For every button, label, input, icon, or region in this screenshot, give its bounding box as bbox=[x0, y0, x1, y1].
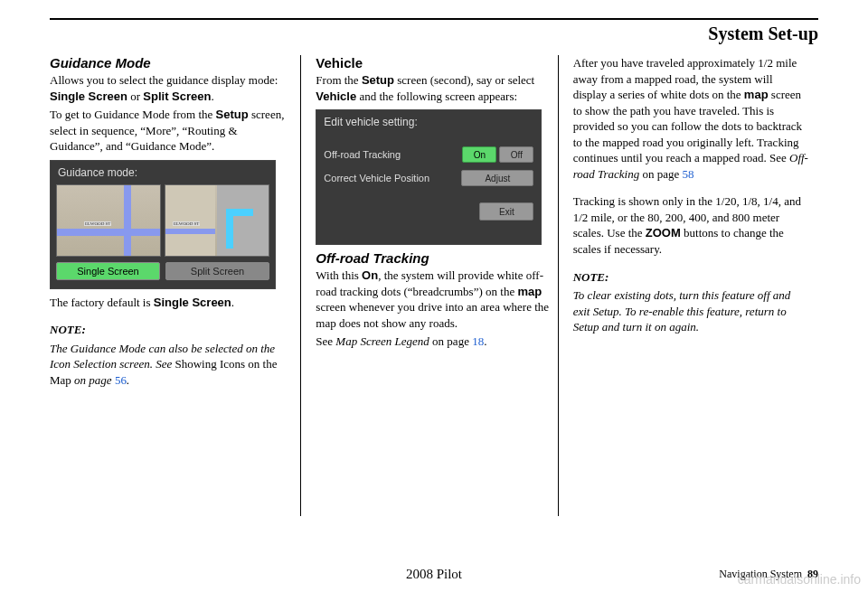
text-bold: Vehicle bbox=[316, 89, 356, 103]
text: Allows you to select the guidance displa… bbox=[50, 73, 278, 87]
field-label: Off-road Tracking bbox=[324, 149, 457, 160]
col3-p1: After you have traveled approximately 1/… bbox=[573, 55, 809, 182]
offroad-p1: With this On, the system will provide wh… bbox=[316, 268, 552, 331]
text-bold: On bbox=[362, 268, 378, 282]
text: screen whenever you drive into an area w… bbox=[316, 300, 549, 330]
text: . bbox=[484, 334, 486, 348]
vehicle-p1: From the Setup screen (second), say or s… bbox=[316, 72, 552, 104]
text-bold: map bbox=[744, 88, 769, 101]
offroad-tracking-row: Off-road Tracking On Off bbox=[316, 143, 541, 166]
heading-guidance-mode: Guidance Mode bbox=[50, 55, 286, 70]
vehicle-settings-screenshot: Edit vehicle setting: Off-road Tracking … bbox=[316, 109, 542, 245]
text: To get to Guidance Mode from the bbox=[50, 108, 216, 121]
single-screen-preview: ELWOOD ST bbox=[56, 184, 161, 257]
page-link-58[interactable]: 58 bbox=[683, 167, 694, 181]
text-bold: Setup bbox=[216, 108, 249, 121]
split-screen-preview: ELWOOD ST bbox=[165, 184, 269, 257]
adjust-button[interactable]: Adjust bbox=[461, 170, 533, 186]
text-bold: map bbox=[517, 285, 542, 298]
page-header-title: System Set-up bbox=[50, 23, 818, 44]
text: With this bbox=[316, 268, 362, 282]
map-previews: ELWOOD ST ELWOOD ST bbox=[51, 184, 275, 257]
text-bold: Single Screen bbox=[154, 296, 231, 309]
heading-vehicle: Vehicle bbox=[316, 55, 552, 70]
guidance-mode-screenshot: Guidance mode: ELWOOD ST ELWOOD ST bbox=[50, 160, 276, 289]
text-bold: ZOOM bbox=[646, 226, 681, 240]
off-button[interactable]: Off bbox=[499, 146, 533, 163]
note-label: NOTE: bbox=[573, 269, 809, 286]
content-columns: Guidance Mode Allows you to select the g… bbox=[50, 55, 818, 516]
footer-model-year: 2008 Pilot bbox=[406, 567, 462, 582]
text: on page bbox=[639, 167, 682, 181]
offroad-p2: See Map Screen Legend on page 18. bbox=[316, 334, 552, 350]
text: on page bbox=[429, 334, 472, 348]
heading-offroad-tracking: Off-road Tracking bbox=[316, 250, 552, 266]
page-link-56[interactable]: 56 bbox=[115, 373, 127, 387]
on-off-toggle: On Off bbox=[462, 146, 533, 163]
column-separator-1 bbox=[300, 55, 301, 516]
field-label: Correct Vehicle Position bbox=[324, 173, 456, 183]
text: on page bbox=[71, 373, 115, 387]
col3-p2: Tracking is shown only in the 1/20, 1/8,… bbox=[573, 193, 809, 257]
note-label: NOTE: bbox=[50, 322, 286, 338]
guidance-buttons: Single Screen Split Screen bbox=[51, 257, 275, 286]
guidance-p3: The factory default is Single Screen. bbox=[50, 295, 286, 311]
split-screen-button[interactable]: Split Screen bbox=[165, 262, 269, 280]
text: The factory default is bbox=[50, 296, 154, 309]
exit-button[interactable]: Exit bbox=[479, 202, 533, 221]
column-1: Guidance Mode Allows you to select the g… bbox=[50, 55, 295, 516]
correct-position-row: Correct Vehicle Position Adjust bbox=[316, 166, 541, 190]
text: . bbox=[211, 89, 213, 103]
guidance-note: The Guidance Mode can also be selected o… bbox=[50, 341, 286, 389]
text-bold: Split Screen bbox=[143, 89, 211, 103]
watermark: carmanualsonline.info bbox=[738, 572, 861, 587]
text: screen (second), say or select bbox=[394, 73, 534, 87]
text-bold: Single Screen bbox=[50, 89, 127, 103]
column-2: Vehicle From the Setup screen (second), … bbox=[307, 55, 552, 516]
text: See bbox=[316, 334, 335, 348]
screenshot-title: Edit vehicle setting: bbox=[316, 110, 541, 134]
guidance-p2: To get to Guidance Mode from the Setup s… bbox=[50, 107, 286, 155]
screenshot-title: Guidance mode: bbox=[51, 161, 275, 184]
text: and the following screen appears: bbox=[356, 89, 517, 103]
text: . bbox=[127, 373, 129, 387]
text-bold: Setup bbox=[362, 73, 394, 87]
column-3: After you have traveled approximately 1/… bbox=[564, 55, 818, 516]
text-ref: Map Screen Legend bbox=[335, 334, 429, 348]
on-button[interactable]: On bbox=[462, 146, 496, 163]
header-rule bbox=[50, 18, 818, 20]
text: . bbox=[231, 296, 234, 309]
single-screen-button[interactable]: Single Screen bbox=[56, 262, 160, 280]
column-separator-2 bbox=[558, 55, 559, 516]
text: From the bbox=[316, 73, 362, 87]
col3-note: To clear existing dots, turn this featur… bbox=[573, 287, 809, 335]
guidance-p1: Allows you to select the guidance displa… bbox=[50, 72, 286, 104]
page-link-18[interactable]: 18 bbox=[472, 334, 484, 348]
text: or bbox=[127, 89, 143, 103]
